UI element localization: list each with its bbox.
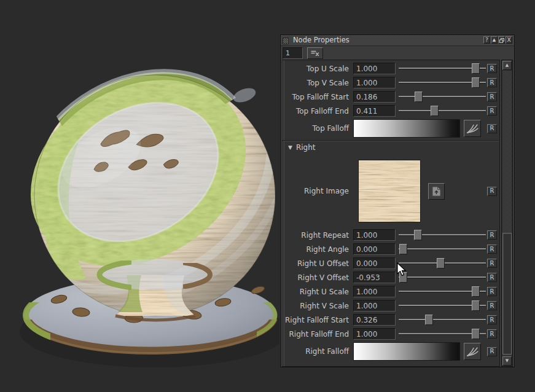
input-top-u-scale[interactable] [353, 63, 396, 74]
input-right-repeat[interactable] [353, 229, 396, 241]
top-falloff-gradient-bar [353, 119, 460, 138]
help-button[interactable]: ? [483, 36, 490, 44]
reset-top-falloff-button[interactable]: R [487, 124, 497, 133]
label-right-u-offset: Right U Offset [283, 259, 351, 268]
restore-button[interactable] [498, 36, 505, 44]
slider-right-repeat[interactable] [399, 230, 486, 240]
input-right-u-scale[interactable] [353, 286, 396, 297]
row-top-u-scale: Top U Scale R [283, 61, 499, 76]
slider-handle-right-falloff-end[interactable] [472, 329, 480, 339]
vertical-scrollbar[interactable]: ▲ ▼ [501, 60, 513, 367]
slider-handle-right-u-scale[interactable] [472, 286, 480, 297]
reset-right-image-button[interactable]: R [487, 187, 497, 196]
panel-toolbar [281, 46, 514, 60]
reset-right-u-offset[interactable]: R [487, 259, 497, 268]
slider-right-angle[interactable] [399, 244, 486, 254]
slider-right-u-offset[interactable] [399, 258, 486, 269]
row-right-image: Right Image [283, 154, 499, 228]
label-top-v-scale: Top V Scale [283, 79, 351, 87]
scroll-down-button[interactable]: ▼ [502, 356, 512, 366]
node-count-input[interactable] [283, 47, 303, 59]
node-properties-panel: Node Properties ? ▲ X [280, 34, 515, 367]
reset-right-angle[interactable]: R [487, 245, 497, 254]
slider-handle-right-angle[interactable] [399, 244, 407, 254]
section-header-right[interactable]: ▼ Right [283, 140, 499, 154]
row-top-v-scale: Top V Scale R [283, 76, 499, 90]
label-right-falloff-end: Right Falloff End [283, 330, 351, 339]
load-image-icon [432, 186, 441, 197]
row-right-falloff-end: Right Falloff End R [283, 327, 499, 341]
reset-right-repeat[interactable]: R [487, 230, 497, 240]
panel-titlebar[interactable]: Node Properties ? ▲ X [281, 35, 514, 46]
reset-top-falloff-start[interactable]: R [487, 92, 497, 101]
curves-icon [466, 123, 478, 134]
restore-icon [499, 38, 504, 43]
input-right-angle[interactable] [353, 243, 396, 255]
scrollbar-thumb[interactable] [502, 233, 512, 354]
scrollbar-track[interactable] [502, 71, 512, 356]
load-image-button[interactable] [428, 183, 445, 200]
slider-handle-top-falloff-start[interactable] [415, 92, 423, 102]
slider-top-falloff-end[interactable] [399, 106, 486, 116]
input-top-v-scale[interactable] [353, 77, 396, 88]
label-top-falloff-start: Top Falloff Start [283, 93, 351, 101]
slider-handle-top-v-scale[interactable] [472, 77, 480, 88]
row-top-falloff-start: Top Falloff Start R [283, 90, 499, 104]
slider-handle-right-falloff-start[interactable] [425, 315, 433, 325]
slider-handle-right-v-offset[interactable] [399, 272, 407, 283]
reset-right-v-scale[interactable]: R [487, 301, 497, 310]
reset-top-falloff-end[interactable]: R [487, 106, 497, 116]
row-right-u-offset: Right U Offset R [283, 256, 499, 270]
row-right-falloff-start: Right Falloff Start R [283, 313, 499, 327]
input-right-v-offset[interactable] [353, 272, 396, 283]
reset-right-u-scale[interactable]: R [487, 287, 497, 296]
slider-top-u-scale[interactable] [399, 63, 486, 74]
slider-track-top-falloff-start [399, 96, 486, 97]
right-falloff-gradient-bar [353, 342, 460, 361]
slider-right-falloff-start[interactable] [399, 315, 486, 325]
edit-right-falloff-curve-button[interactable] [464, 343, 481, 360]
input-right-u-offset[interactable] [353, 257, 396, 269]
reset-right-falloff-start[interactable]: R [487, 315, 497, 324]
slider-right-u-scale[interactable] [399, 286, 486, 297]
lines-x-icon [311, 50, 319, 57]
reset-top-u-scale[interactable]: R [487, 64, 497, 73]
slider-handle-top-falloff-end[interactable] [431, 106, 439, 116]
chevron-down-icon[interactable]: ▼ [288, 144, 292, 151]
close-button[interactable]: X [506, 36, 512, 44]
collapse-button[interactable]: ▲ [491, 36, 498, 44]
reset-right-falloff-button[interactable]: R [487, 347, 497, 356]
input-right-falloff-end[interactable] [353, 328, 396, 340]
label-right-v-offset: Right V Offset [283, 273, 351, 282]
slider-handle-right-v-scale[interactable] [472, 300, 480, 311]
slider-handle-right-repeat[interactable] [414, 230, 422, 240]
label-right-angle: Right Angle [283, 245, 351, 254]
clear-nodes-button[interactable] [307, 47, 323, 59]
grip-icon[interactable] [283, 37, 289, 44]
input-top-falloff-end[interactable] [353, 105, 396, 117]
input-top-falloff-start[interactable] [353, 91, 396, 103]
row-right-angle: Right Angle R [283, 242, 499, 256]
right-image-thumbnail[interactable] [358, 160, 421, 222]
slider-right-falloff-end[interactable] [399, 329, 486, 339]
slider-right-v-offset[interactable] [399, 272, 486, 283]
edit-top-falloff-curve-button[interactable] [464, 120, 481, 137]
slider-top-v-scale[interactable] [399, 77, 486, 88]
slider-track-right-repeat [399, 234, 486, 235]
reset-right-falloff-end[interactable]: R [487, 329, 497, 339]
row-right-repeat: Right Repeat R [283, 228, 499, 242]
label-right-falloff-start: Right Falloff Start [283, 316, 351, 324]
application-viewport: Node Properties ? ▲ X [0, 0, 535, 392]
slider-right-v-scale[interactable] [399, 300, 486, 311]
input-right-v-scale[interactable] [353, 300, 396, 312]
slider-handle-right-u-offset[interactable] [437, 258, 445, 269]
reset-top-v-scale[interactable]: R [487, 78, 497, 87]
slider-top-falloff-start[interactable] [399, 92, 486, 102]
label-right-v-scale: Right V Scale [283, 302, 351, 310]
label-right-repeat: Right Repeat [283, 231, 351, 240]
curves-icon [466, 347, 478, 357]
scroll-up-button[interactable]: ▲ [502, 61, 512, 70]
reset-right-v-offset[interactable]: R [487, 273, 497, 282]
input-right-falloff-start[interactable] [353, 314, 396, 326]
slider-handle-top-u-scale[interactable] [472, 63, 480, 74]
